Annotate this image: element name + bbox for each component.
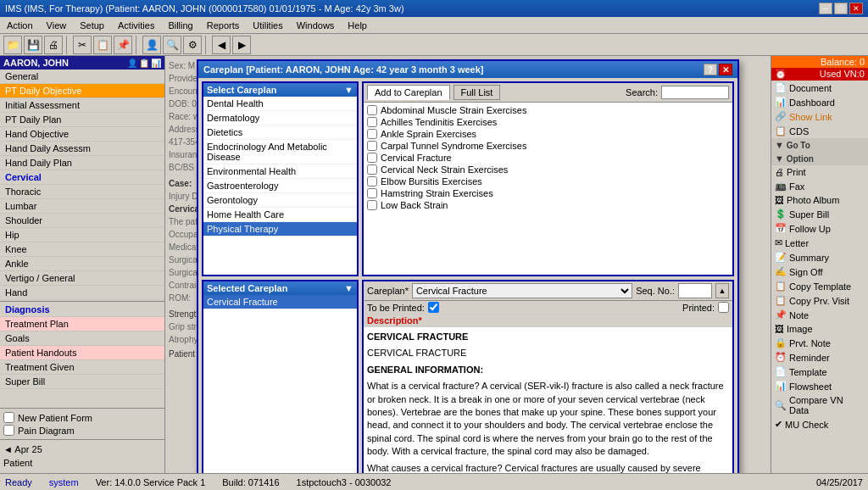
toolbar-btn-2[interactable]: 💾 (24, 36, 42, 54)
exercise-checkbox-elbow[interactable] (367, 176, 377, 187)
careplan-item-physical-therapy[interactable]: Physical Therapy (203, 222, 357, 237)
toolbar-btn-8[interactable]: 🔍 (163, 36, 181, 54)
seq-up-button[interactable]: ▲ (715, 283, 729, 298)
sidebar-item-thoracic[interactable]: Thoracic (0, 185, 164, 199)
sidebar-item-pt-daily-obj[interactable]: PT Daily Objective (0, 84, 164, 98)
minimize-button[interactable]: ─ (819, 3, 832, 14)
careplan-item-dermatology[interactable]: Dermatology (203, 111, 357, 125)
to-be-printed-checkbox[interactable] (428, 302, 439, 313)
maximize-button[interactable]: □ (834, 3, 848, 14)
right-nav-summary[interactable]: 📝 Summary (771, 250, 868, 264)
exercise-checkbox-abdominal[interactable] (367, 105, 377, 115)
toolbar-btn-7[interactable]: 👤 (142, 36, 161, 54)
right-nav-photo[interactable]: 🖼 Photo Album (771, 193, 868, 207)
careplan-item-dental[interactable]: Dental Health (203, 97, 357, 111)
exercise-checkbox-low-back[interactable] (367, 200, 377, 210)
right-nav-print[interactable]: 🖨 Print (771, 165, 868, 179)
exercise-checkbox-ankle[interactable] (367, 129, 377, 139)
selected-item-cervical[interactable]: Cervical Fracture (203, 295, 357, 309)
seq-no-input[interactable] (678, 283, 712, 298)
toolbar-btn-11[interactable]: ▶ (232, 36, 251, 54)
menu-activities[interactable]: Activities (114, 19, 158, 32)
right-nav-copy-template[interactable]: 📋 Copy Template (771, 279, 868, 293)
right-nav-cds[interactable]: 📋 CDS (771, 124, 868, 138)
right-nav-copy-prv[interactable]: 📋 Copy Prv. Visit (771, 293, 868, 308)
menu-windows[interactable]: Windows (293, 19, 338, 32)
sidebar-item-goals[interactable]: Goals (0, 331, 164, 346)
toolbar-btn-4[interactable]: ✂ (73, 36, 92, 54)
dialog-close-button[interactable]: ✕ (719, 64, 732, 75)
sidebar-item-patient-handouts[interactable]: Patient Handouts (0, 346, 164, 360)
menu-utilities[interactable]: Utilities (249, 19, 286, 32)
patient-icon-2[interactable]: 📋 (139, 58, 149, 68)
sidebar-item-hand-objective[interactable]: Hand Objective (0, 127, 164, 142)
exercise-checkbox-cervical-neck[interactable] (367, 164, 377, 175)
toolbar-btn-3[interactable]: 🖨 (44, 36, 63, 54)
patient-icon-1[interactable]: 👤 (127, 58, 137, 68)
exercise-checkbox-hamstring[interactable] (367, 188, 377, 198)
right-nav-flowsheet[interactable]: 📊 Flowsheet (771, 379, 868, 393)
careplan-item-environmental[interactable]: Environmental Health (203, 164, 357, 179)
right-nav-follow-up[interactable]: 📅 Follow Up (771, 221, 868, 236)
sidebar-item-vertigo[interactable]: Vertigo / General (0, 271, 164, 286)
sidebar-item-hand-daily-assessm[interactable]: Hand Daily Assessm (0, 142, 164, 156)
selected-list[interactable]: Cervical Fracture (203, 295, 357, 473)
dialog-help-button[interactable]: ? (704, 64, 717, 75)
toolbar-btn-1[interactable]: 📁 (3, 36, 22, 54)
right-nav-letter[interactable]: ✉ Letter (771, 236, 868, 250)
add-to-careplan-tab[interactable]: Add to Careplan (367, 85, 450, 100)
careplan-list[interactable]: Dental Health Dermatology Dietetics Endo… (203, 97, 357, 275)
sidebar-item-hand-daily-plan[interactable]: Hand Daily Plan (0, 156, 164, 170)
right-nav-reminder[interactable]: ⏰ Reminder (771, 350, 868, 365)
sidebar-item-shoulder[interactable]: Shoulder (0, 214, 164, 228)
sidebar-item-hip[interactable]: Hip (0, 228, 164, 242)
sidebar-item-pt-daily-plan[interactable]: PT Daily Plan (0, 113, 164, 127)
right-nav-super-bill[interactable]: 💲 Super Bill (771, 207, 868, 221)
right-nav-sign-off[interactable]: ✍ Sign Off (771, 264, 868, 279)
right-nav-image[interactable]: 🖼 Image (771, 322, 868, 336)
careplan-item-endocrinology[interactable]: Endocrinology And Metabolic Disease (203, 140, 357, 164)
printed-checkbox[interactable] (718, 302, 729, 313)
right-nav-fax[interactable]: 📠 Fax (771, 179, 868, 193)
sidebar-item-super-bill[interactable]: Super Bill (0, 375, 164, 389)
careplan-item-gastro[interactable]: Gastroenterology (203, 179, 357, 193)
careplan-dropdown[interactable]: Cervical Fracture (412, 283, 632, 298)
menu-reports[interactable]: Reports (203, 19, 243, 32)
sidebar-item-treatment-given[interactable]: Treatment Given (0, 360, 164, 375)
right-nav-dashboard[interactable]: 📊 Dashboard (771, 95, 868, 109)
menu-billing[interactable]: Billing (164, 19, 196, 32)
search-input[interactable] (661, 86, 729, 99)
menu-action[interactable]: Action (3, 19, 36, 32)
toolbar-btn-5[interactable]: 📋 (93, 36, 112, 54)
pain-diagram-checkbox[interactable] (3, 425, 14, 436)
sidebar-item-initial-assessment[interactable]: Initial Assessment (0, 98, 164, 113)
right-nav-note[interactable]: 📌 Note (771, 308, 868, 322)
sidebar-item-cervical[interactable]: Cervical (0, 170, 164, 185)
menu-help[interactable]: Help (344, 19, 370, 32)
careplan-item-dietetics[interactable]: Dietetics (203, 125, 357, 140)
close-button[interactable]: ✕ (849, 3, 863, 14)
sidebar-item-general[interactable]: General (0, 70, 164, 84)
toolbar-btn-10[interactable]: ◀ (212, 36, 231, 54)
exercise-checkbox-carpal[interactable] (367, 141, 377, 151)
menu-setup[interactable]: Setup (76, 19, 108, 32)
sidebar-item-hand[interactable]: Hand (0, 286, 164, 300)
sidebar-item-lumbar[interactable]: Lumbar (0, 199, 164, 214)
right-nav-prvt-note[interactable]: 🔒 Prvt. Note (771, 336, 868, 350)
sidebar-item-treatment-plan[interactable]: Treatment Plan (0, 317, 164, 331)
sidebar-item-ankle[interactable]: Ankle (0, 257, 164, 271)
right-nav-compare-vn[interactable]: 🔍 Compare VN Data (771, 393, 868, 417)
toolbar-btn-6[interactable]: 📌 (114, 36, 132, 54)
right-nav-document[interactable]: 📄 Document (771, 81, 868, 95)
exercise-checkbox-cervical-frac[interactable] (367, 153, 377, 163)
right-nav-show-link[interactable]: 🔗 Show Link (771, 109, 868, 124)
full-list-tab[interactable]: Full List (453, 85, 501, 100)
new-patient-form-checkbox[interactable] (3, 412, 14, 423)
toolbar-btn-9[interactable]: ⚙ (183, 36, 202, 54)
sidebar-item-diagnosis[interactable]: Diagnosis (0, 303, 164, 317)
patient-icon-3[interactable]: 📊 (151, 58, 161, 68)
exercise-checkbox-achilles[interactable] (367, 117, 377, 127)
careplan-item-gerontology[interactable]: Gerontology (203, 193, 357, 208)
sidebar-item-knee[interactable]: Knee (0, 242, 164, 257)
right-nav-mu-check[interactable]: ✔ MU Check (771, 417, 868, 432)
